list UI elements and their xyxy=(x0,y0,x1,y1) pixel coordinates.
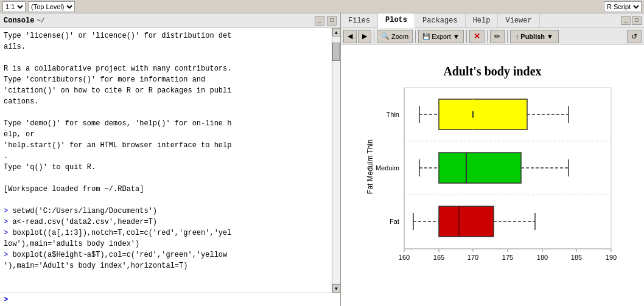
x-label-180: 180 xyxy=(537,254,548,261)
console-line: ails. xyxy=(4,41,328,52)
console-line: . xyxy=(4,151,328,162)
plot-svg: Adult's body index Fat Meduim Thin 160 xyxy=(362,54,623,297)
back-button[interactable]: ◀ xyxy=(343,30,357,43)
maximize-icon[interactable]: □ xyxy=(327,16,337,26)
minimize-icon[interactable]: _ xyxy=(315,16,324,26)
console-line: '),main='Adult's body index',horizontal=… xyxy=(4,260,328,271)
panel-minimize-btn[interactable]: _ xyxy=(621,16,631,25)
fat-box xyxy=(439,206,494,237)
meduim-box xyxy=(439,153,521,183)
console-line: Type 'contributors()' for more informati… xyxy=(4,74,328,85)
brush-button[interactable]: ✏ xyxy=(490,30,505,43)
back-icon: ◀ xyxy=(348,32,352,40)
main-area: Console ~/ _ □ Type 'license()' or 'lice… xyxy=(0,13,644,306)
tab-help[interactable]: Help xyxy=(466,13,499,28)
export-icon: 💾 xyxy=(422,33,430,40)
clear-icon: ✕ xyxy=(474,32,480,41)
x-label-170: 170 xyxy=(467,254,478,261)
top-bar-left: 1:1 (Top Level) xyxy=(2,1,322,12)
y-label-thin: Thin xyxy=(387,111,399,118)
x-label-185: 185 xyxy=(571,254,582,261)
export-button[interactable]: 💾 Export ▼ xyxy=(418,30,464,43)
toolbar-separator-2 xyxy=(415,30,416,43)
thin-box xyxy=(439,99,527,130)
refresh-button[interactable]: ↺ xyxy=(627,30,642,43)
console-icons: _ □ xyxy=(315,16,337,26)
console-line xyxy=(4,107,328,118)
console-header: Console ~/ _ □ xyxy=(0,13,340,28)
scroll-track xyxy=(332,37,341,284)
window-buttons: _ □ xyxy=(621,16,644,25)
panel-maximize-btn[interactable]: □ xyxy=(632,16,642,25)
console-line: [Workspace loaded from ~/.RData] xyxy=(4,184,328,195)
console-line: elp, or xyxy=(4,129,328,140)
console-title: Console xyxy=(4,16,34,25)
console-prompt: > xyxy=(4,251,12,259)
y-label-meduim: Meduim xyxy=(376,164,399,172)
console-input[interactable] xyxy=(10,296,337,304)
scroll-thumb[interactable] xyxy=(332,43,340,61)
console-line: R is a collaborative project with many c… xyxy=(4,63,328,74)
export-label: Export xyxy=(432,33,451,40)
refresh-icon: ↺ xyxy=(631,32,637,41)
zoom-button[interactable]: 🔍 Zoom xyxy=(377,30,413,43)
console-line: Type 'demo()' for some demos, 'help()' f… xyxy=(4,118,328,129)
tab-packages[interactable]: Packages xyxy=(415,13,466,28)
tab-plots[interactable]: Plots xyxy=(378,13,415,28)
console-prompt: > xyxy=(4,218,12,226)
x-label-160: 160 xyxy=(399,254,410,261)
toolbar-separator-3 xyxy=(466,30,467,43)
zoom-label: Zoom xyxy=(391,33,408,40)
console-line: 'citation()' on how to cite R or R packa… xyxy=(4,85,328,96)
console-prompt: > xyxy=(4,229,12,237)
console-content: Type 'license()' or 'licence()' for dist… xyxy=(0,28,332,293)
top-bar-right: R Script xyxy=(322,1,642,12)
scroll-down-arrow[interactable]: ▼ xyxy=(332,284,341,293)
y-label-fat: Fat xyxy=(390,218,399,225)
forward-button[interactable]: ▶ xyxy=(358,30,371,43)
x-label-190: 190 xyxy=(606,254,617,261)
x-label-165: 165 xyxy=(433,254,444,261)
console-scrollbar[interactable]: ▲ ▼ xyxy=(332,28,340,293)
console-line: cations. xyxy=(4,96,328,107)
console-line: > boxplot((a[,1:3]),notch=T,col=c('red',… xyxy=(4,228,328,238)
level-selector[interactable]: (Top Level) xyxy=(28,1,75,12)
scroll-up-arrow[interactable]: ▲ xyxy=(332,28,341,37)
plot-title: Adult's body index xyxy=(443,64,541,78)
clear-button[interactable]: ✕ xyxy=(469,30,485,43)
console-input-area: > xyxy=(0,293,340,306)
panel-tabs: Files Plots Packages Help Viewer _ □ xyxy=(341,13,644,28)
y-axis-label: Fat Meduim Thin xyxy=(366,139,374,194)
toolbar-separator-1 xyxy=(374,30,374,43)
console-line: 'help.start()' for an HTML browser inter… xyxy=(4,140,328,151)
export-dropdown-icon: ▼ xyxy=(453,33,460,40)
console-line: > a<-read.csv('data2.csv',header=T) xyxy=(4,217,328,228)
console-line xyxy=(4,195,328,206)
brush-icon: ✏ xyxy=(494,32,500,41)
console-panel: Console ~/ _ □ Type 'license()' or 'lice… xyxy=(0,13,341,306)
toolbar-separator-5 xyxy=(507,30,508,43)
x-label-175: 175 xyxy=(502,254,513,261)
tab-files[interactable]: Files xyxy=(341,13,378,28)
publish-label: Publish xyxy=(520,33,545,40)
forward-icon: ▶ xyxy=(362,32,367,40)
toolbar-separator-4 xyxy=(487,30,488,43)
console-line: Type 'q()' to quit R. xyxy=(4,162,328,173)
plots-toolbar: ◀ ▶ 🔍 Zoom 💾 Export ▼ ✕ ✏ xyxy=(341,28,644,45)
console-line: > boxplot(a$Height~a$T),col=c('red','gre… xyxy=(4,249,328,260)
top-bar: 1:1 (Top Level) R Script xyxy=(0,0,644,13)
script-selector[interactable]: R Script xyxy=(604,1,642,12)
console-line xyxy=(4,52,328,63)
console-line: Type 'license()' or 'licence()' for dist… xyxy=(4,30,328,41)
publish-dropdown-icon: ▼ xyxy=(547,33,553,40)
console-prompt: > xyxy=(4,207,12,215)
console-line: low'),main='adults body index') xyxy=(4,238,328,249)
console-line: > setwd('C:/Users/liang/Documents') xyxy=(4,206,328,217)
plot-area: Adult's body index Fat Meduim Thin 160 xyxy=(341,45,644,306)
publish-button[interactable]: ↑ Publish ▼ xyxy=(510,30,559,43)
line-selector[interactable]: 1:1 xyxy=(2,1,26,12)
publish-icon: ↑ xyxy=(516,33,519,40)
tab-viewer[interactable]: Viewer xyxy=(498,13,539,28)
zoom-icon: 🔍 xyxy=(381,32,390,40)
console-home: ~/ xyxy=(37,17,44,24)
